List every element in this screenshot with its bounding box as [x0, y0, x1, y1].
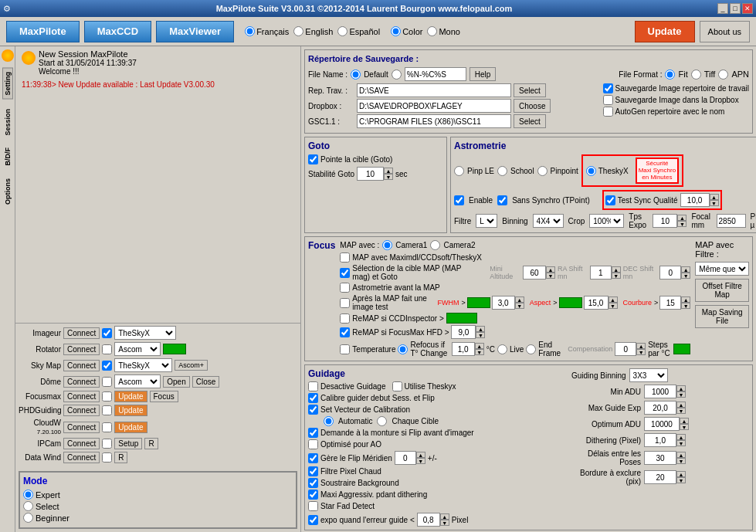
min-adu-down[interactable]: ▼ — [676, 391, 686, 398]
fwhm-down[interactable]: ▼ — [515, 303, 524, 309]
tps-expo-input[interactable] — [653, 214, 677, 228]
skymap-connect[interactable]: Connect — [63, 360, 100, 371]
flip-input[interactable] — [395, 451, 416, 465]
min-adu-up[interactable]: ▲ — [676, 385, 686, 391]
dithering-up[interactable]: ▲ — [676, 434, 686, 440]
remap-focus-check[interactable] — [340, 327, 350, 337]
mode-expert[interactable]: Expert — [23, 490, 293, 500]
sidebar-tab-setting[interactable]: Setting — [2, 68, 13, 100]
lang-english[interactable]: English — [293, 26, 333, 36]
comp-down[interactable]: ▼ — [636, 349, 646, 355]
expo-input[interactable] — [417, 513, 440, 527]
remap-ccd-check[interactable] — [340, 313, 350, 324]
dec-shift-down[interactable]: ▼ — [681, 273, 690, 279]
ff-fit-radio[interactable] — [665, 69, 675, 80]
map-camera2-radio[interactable] — [430, 240, 440, 250]
expo-down[interactable]: ▼ — [440, 520, 449, 526]
help-button[interactable]: Help — [470, 67, 497, 81]
aspect-up[interactable]: ▲ — [609, 296, 618, 303]
sidebar-tab-options[interactable]: Options — [3, 175, 12, 208]
optimum-adu-up[interactable]: ▲ — [680, 418, 689, 424]
temperature-check[interactable] — [340, 344, 350, 354]
filename-pattern-input[interactable] — [405, 67, 466, 81]
dome-checkbox[interactable] — [102, 377, 112, 387]
imageur-connect[interactable]: Connect — [63, 327, 100, 339]
gsc-input[interactable] — [357, 114, 511, 128]
ff-tiff-radio[interactable] — [691, 69, 701, 80]
rep-trav-select-btn[interactable]: Select — [514, 83, 546, 97]
stabilite-input[interactable] — [357, 167, 384, 181]
map-saving-btn[interactable]: Map Saving File — [695, 305, 749, 328]
imageur-select[interactable]: TheSkyX — [114, 326, 176, 340]
bordure-input[interactable] — [644, 470, 676, 484]
datawind-connect[interactable]: Connect — [63, 452, 100, 463]
max-guide-up[interactable]: ▲ — [676, 402, 686, 408]
fwhm-up[interactable]: ▲ — [515, 296, 524, 303]
filename-pattern-radio[interactable] — [392, 69, 402, 80]
map-selection-check[interactable] — [340, 268, 350, 278]
mode-select[interactable]: Select — [23, 501, 293, 511]
hfd-up[interactable]: ▲ — [476, 326, 485, 332]
test-sync-check[interactable] — [605, 195, 615, 205]
sidebar-tab-session[interactable]: Session — [3, 106, 12, 139]
color-option[interactable]: Color — [391, 26, 422, 36]
optimum-adu-input[interactable] — [644, 417, 680, 431]
astro-pinpoint-radio[interactable] — [537, 166, 548, 176]
restore-button[interactable]: □ — [730, 3, 741, 14]
demande-check[interactable] — [308, 428, 318, 438]
courbure-input[interactable] — [659, 296, 681, 310]
astro-school-radio[interactable] — [497, 166, 507, 176]
map-filtre-select[interactable]: Même que serie — [695, 262, 749, 276]
cloudw-connect[interactable]: Connect — [63, 422, 100, 433]
set-vecteur-check[interactable] — [308, 405, 318, 415]
filename-default-radio[interactable] — [351, 69, 361, 80]
map-camera1-radio[interactable] — [382, 240, 392, 250]
sidebar-tab-bdf[interactable]: B/D/F — [3, 144, 12, 169]
optimise-ao-check[interactable] — [308, 439, 318, 449]
dropbox-choose-btn[interactable]: Choose — [514, 99, 551, 113]
auto-radio[interactable] — [324, 416, 334, 426]
astro-enable-check[interactable] — [454, 195, 464, 205]
bordure-down[interactable]: ▼ — [676, 477, 686, 483]
lang-espanol[interactable]: Español — [337, 26, 380, 36]
dithering-down[interactable]: ▼ — [676, 440, 686, 446]
crop-select[interactable]: 100% — [589, 214, 624, 228]
fwhm-input[interactable] — [492, 296, 515, 310]
ascom-plus-btn[interactable]: Ascom+ — [175, 360, 208, 371]
tps-expo-down[interactable]: ▼ — [677, 221, 687, 227]
soustraire-bg-check[interactable] — [308, 478, 318, 488]
comp-up[interactable]: ▲ — [636, 343, 646, 349]
close-button[interactable]: ✕ — [742, 3, 753, 14]
skymap-select[interactable]: TheSkyX — [114, 358, 172, 372]
ipcam-setup-btn[interactable]: Setup — [114, 438, 142, 449]
cloudw-update-btn[interactable]: Update — [114, 422, 147, 433]
chaque-cible-radio[interactable] — [377, 416, 387, 426]
dec-shift-input[interactable] — [659, 266, 681, 280]
focusmax-focus-btn[interactable]: Focus — [150, 391, 178, 402]
ipcam-r-btn[interactable]: R — [144, 438, 158, 449]
dropbox-input[interactable] — [357, 99, 511, 113]
cb-autogen-check[interactable] — [603, 107, 613, 117]
tps-expo-up[interactable]: ▲ — [677, 215, 687, 221]
sans-synchro-check[interactable] — [497, 195, 507, 205]
mini-alt-down[interactable]: ▼ — [546, 273, 555, 279]
dec-shift-up[interactable]: ▲ — [681, 266, 690, 273]
dome-open-btn[interactable]: Open — [163, 376, 189, 388]
cloudw-checkbox[interactable] — [102, 422, 112, 432]
about-button[interactable]: About us — [700, 21, 750, 42]
expo-up[interactable]: ▲ — [440, 513, 449, 520]
rep-trav-input[interactable] — [357, 83, 511, 97]
aspect-input[interactable] — [584, 296, 609, 310]
test-sync-up[interactable]: ▲ — [710, 194, 719, 200]
tab-maxccd[interactable]: MaxCCD — [84, 21, 151, 42]
dome-connect[interactable]: Connect — [63, 376, 100, 388]
ff-apn-radio[interactable] — [718, 69, 728, 80]
test-sync-down[interactable]: ▼ — [710, 200, 719, 206]
tab-maxviewer[interactable]: MaxViewer — [156, 21, 234, 42]
ra-shift-down[interactable]: ▼ — [612, 273, 621, 279]
mono-option[interactable]: Mono — [427, 26, 460, 36]
maxi-aggressiv-check[interactable] — [308, 490, 318, 500]
hfd-input[interactable] — [451, 325, 476, 339]
calibre-check[interactable] — [308, 393, 318, 403]
ra-shift-input[interactable] — [590, 266, 612, 280]
